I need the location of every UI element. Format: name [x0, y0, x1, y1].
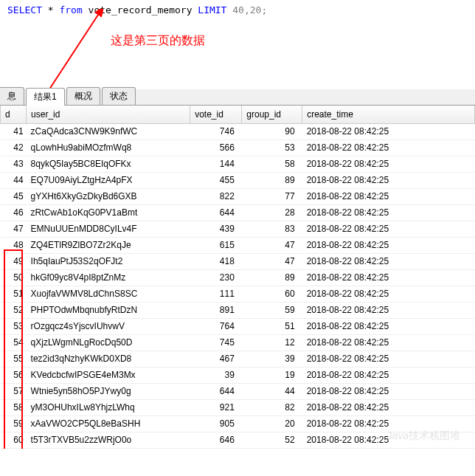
table-row[interactable]: 45gYXHt6XkyGzDkyBd6GXB822772018-08-22 08…: [1, 188, 475, 204]
cell-vote-id: 745: [190, 334, 242, 351]
table-row[interactable]: 54qXjzLWgmNLgRocDq50D745122018-08-22 08:…: [1, 334, 475, 351]
cell-user-id: t5T3rTXVB5u2zzWRjO0o: [27, 432, 190, 448]
data-table[interactable]: d user_id vote_id group_id create_time 4…: [0, 106, 475, 449]
tab-result1[interactable]: 结果1: [26, 88, 65, 106]
cell-user-id: qLowhHu9abiMOzfmWq8: [27, 139, 190, 156]
cell-create-time: 2018-08-22 08:42:25: [302, 204, 475, 221]
cell-create-time: 2018-08-22 08:42:25: [302, 318, 475, 334]
table-row[interactable]: 44EQ7U09AiyLZtgHzA4pFX455892018-08-22 08…: [1, 172, 475, 188]
cell-d: 51: [1, 286, 27, 302]
cell-vote-id: 646: [190, 432, 242, 448]
cell-vote-id: 111: [190, 286, 242, 302]
sql-args: 40,20;: [232, 4, 267, 15]
cell-create-time: 2018-08-22 08:42:25: [302, 334, 475, 351]
cell-vote-id: 467: [190, 351, 242, 367]
cell-vote-id: 921: [190, 399, 242, 415]
cell-group-id: 19: [242, 367, 302, 383]
cell-user-id: EQ7U09AiyLZtgHzA4pFX: [27, 172, 190, 188]
table-row[interactable]: 438qykQ5Iay5BC8EIqOFKx144582018-08-22 08…: [1, 156, 475, 172]
cell-vote-id: 905: [190, 415, 242, 432]
header-d[interactable]: d: [1, 106, 27, 123]
cell-user-id: EMNuUUEnMDD8CyILv4F: [27, 221, 190, 237]
cell-d: 48: [1, 237, 27, 253]
table-row[interactable]: 50hkGf09yc8V4pI8ptZnMz230892018-08-22 08…: [1, 269, 475, 286]
cell-d: 43: [1, 156, 27, 172]
cell-vote-id: 39: [190, 367, 242, 383]
cell-create-time: 2018-08-22 08:42:25: [302, 302, 475, 318]
header-row: d user_id vote_id group_id create_time: [1, 106, 475, 123]
cell-user-id: qXjzLWgmNLgRocDq50D: [27, 334, 190, 351]
sql-limit: LIMIT: [198, 4, 226, 15]
table-row[interactable]: 46zRtCwAb1oKqG0PV1aBmt644282018-08-22 08…: [1, 204, 475, 221]
cell-group-id: 44: [242, 383, 302, 399]
header-user-id[interactable]: user_id: [27, 106, 190, 123]
table-row[interactable]: 56KVedcbcfwIPSGE4eM3Mx39192018-08-22 08:…: [1, 367, 475, 383]
cell-vote-id: 230: [190, 269, 242, 286]
cell-d: 56: [1, 367, 27, 383]
cell-user-id: yM3OHUhxILw8YhjzLWhq: [27, 399, 190, 415]
cell-group-id: 77: [242, 188, 302, 204]
cell-vote-id: 644: [190, 383, 242, 399]
cell-d: 59: [1, 415, 27, 432]
cell-group-id: 53: [242, 139, 302, 156]
table-row[interactable]: 49Ih5qIauPtJ53S2qOFJt2418472018-08-22 08…: [1, 253, 475, 269]
cell-vote-id: 566: [190, 139, 242, 156]
tab-info[interactable]: 息: [0, 87, 24, 105]
cell-group-id: 83: [242, 221, 302, 237]
table-row[interactable]: 41zCaQAdca3CNW9K9nfWC746902018-08-22 08:…: [1, 123, 475, 139]
table-row[interactable]: 42qLowhHu9abiMOzfmWq8566532018-08-22 08:…: [1, 139, 475, 156]
cell-user-id: KVedcbcfwIPSGE4eM3Mx: [27, 367, 190, 383]
cell-create-time: 2018-08-22 08:42:25: [302, 367, 475, 383]
cell-user-id: rOzgqcz4sYjscvIUhvwV: [27, 318, 190, 334]
cell-d: 53: [1, 318, 27, 334]
cell-d: 46: [1, 204, 27, 221]
cell-vote-id: 746: [190, 123, 242, 139]
cell-user-id: gYXHt6XkyGzDkyBd6GXB: [27, 188, 190, 204]
table-row[interactable]: 51XuojfaVWMV8LdChnS8SC111602018-08-22 08…: [1, 286, 475, 302]
cell-d: 58: [1, 399, 27, 415]
table-row[interactable]: 55tez2id3qNzhyKWkD0XD8467392018-08-22 08…: [1, 351, 475, 367]
cell-vote-id: 144: [190, 156, 242, 172]
cell-user-id: hkGf09yc8V4pI8ptZnMz: [27, 269, 190, 286]
cell-user-id: Ih5qIauPtJ53S2qOFJt2: [27, 253, 190, 269]
cell-d: 49: [1, 253, 27, 269]
cell-d: 45: [1, 188, 27, 204]
cell-vote-id: 891: [190, 302, 242, 318]
cell-d: 52: [1, 302, 27, 318]
cell-user-id: xAaVWO2CP5QL8eBaSHH: [27, 415, 190, 432]
cell-create-time: 2018-08-22 08:42:25: [302, 139, 475, 156]
cell-group-id: 39: [242, 351, 302, 367]
cell-user-id: PHPTOdwMbqnubfyRtDzN: [27, 302, 190, 318]
header-vote-id[interactable]: vote_id: [190, 106, 242, 123]
cell-group-id: 82: [242, 399, 302, 415]
table-row[interactable]: 53rOzgqcz4sYjscvIUhvwV764512018-08-22 08…: [1, 318, 475, 334]
cell-group-id: 28: [242, 204, 302, 221]
cell-user-id: Wtnie5yn58hO5PJYwy0g: [27, 383, 190, 399]
table-row[interactable]: 52PHPTOdwMbqnubfyRtDzN891592018-08-22 08…: [1, 302, 475, 318]
cell-create-time: 2018-08-22 08:42:25: [302, 269, 475, 286]
sql-editor[interactable]: SELECT * from vote_record_memory LIMIT 4…: [0, 0, 475, 45]
cell-create-time: 2018-08-22 08:42:25: [302, 253, 475, 269]
header-group-id[interactable]: group_id: [242, 106, 302, 123]
cell-d: 55: [1, 351, 27, 367]
cell-group-id: 20: [242, 415, 302, 432]
cell-group-id: 60: [242, 286, 302, 302]
cell-group-id: 89: [242, 269, 302, 286]
cell-vote-id: 644: [190, 204, 242, 221]
table-row[interactable]: 47EMNuUUEnMDD8CyILv4F439832018-08-22 08:…: [1, 221, 475, 237]
cell-group-id: 89: [242, 172, 302, 188]
cell-d: 54: [1, 334, 27, 351]
cell-d: 57: [1, 383, 27, 399]
cell-user-id: zCaQAdca3CNW9K9nfWC: [27, 123, 190, 139]
table-row[interactable]: 48ZQ4ETlR9ZlBO7Zr2KqJe615472018-08-22 08…: [1, 237, 475, 253]
cell-d: 47: [1, 221, 27, 237]
result-grid: d user_id vote_id group_id create_time 4…: [0, 106, 475, 449]
cell-d: 50: [1, 269, 27, 286]
table-row[interactable]: 58yM3OHUhxILw8YhjzLWhq921822018-08-22 08…: [1, 399, 475, 415]
cell-create-time: 2018-08-22 08:42:25: [302, 221, 475, 237]
cell-group-id: 51: [242, 318, 302, 334]
cell-vote-id: 439: [190, 221, 242, 237]
header-create-time[interactable]: create_time: [302, 106, 475, 123]
table-row[interactable]: 57Wtnie5yn58hO5PJYwy0g644442018-08-22 08…: [1, 383, 475, 399]
cell-group-id: 47: [242, 253, 302, 269]
